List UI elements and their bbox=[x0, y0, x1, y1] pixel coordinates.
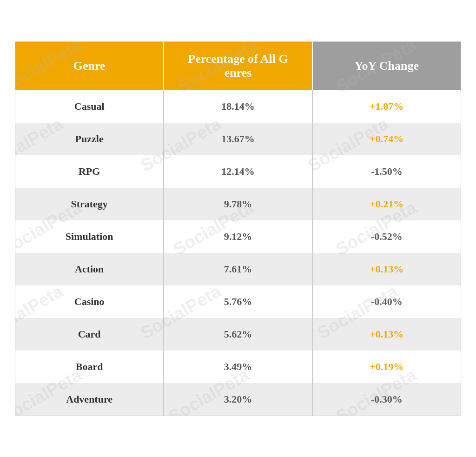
cell-yoy: +0.19% bbox=[312, 351, 461, 383]
cell-percentage: 13.67% bbox=[164, 123, 312, 155]
table-row: Board3.49%+0.19% bbox=[15, 351, 461, 383]
cell-genre: Board bbox=[15, 351, 164, 383]
cell-percentage: 9.12% bbox=[164, 220, 312, 253]
cell-yoy: -0.40% bbox=[312, 285, 461, 318]
cell-genre: Card bbox=[15, 318, 164, 351]
cell-genre: Casual bbox=[15, 90, 164, 123]
main-table-container: SocialPeta SocialPeta SocialPeta SocialP… bbox=[15, 41, 461, 416]
cell-genre: Strategy bbox=[15, 188, 164, 220]
table-row: Adventure3.20%-0.30% bbox=[15, 383, 461, 416]
cell-percentage: 5.76% bbox=[164, 285, 312, 318]
cell-yoy: +0.13% bbox=[312, 253, 461, 285]
table-row: Casino5.76%-0.40% bbox=[15, 285, 461, 318]
cell-genre: RPG bbox=[15, 155, 164, 188]
data-table: Genre Percentage of All Genres YoY Chang… bbox=[15, 42, 461, 416]
table-row: Strategy9.78%+0.21% bbox=[15, 188, 461, 220]
cell-yoy: -0.30% bbox=[312, 383, 461, 416]
cell-genre: Casino bbox=[15, 285, 164, 318]
cell-percentage: 7.61% bbox=[164, 253, 312, 285]
cell-percentage: 12.14% bbox=[164, 155, 312, 188]
cell-yoy: -0.52% bbox=[312, 220, 461, 253]
cell-yoy: -1.50% bbox=[312, 155, 461, 188]
cell-yoy: +0.13% bbox=[312, 318, 461, 351]
cell-percentage: 9.78% bbox=[164, 188, 312, 220]
cell-percentage: 18.14% bbox=[164, 90, 312, 123]
cell-yoy: +0.21% bbox=[312, 188, 461, 220]
cell-yoy: +1.07% bbox=[312, 90, 461, 123]
table-row: Action7.61%+0.13% bbox=[15, 253, 461, 285]
cell-percentage: 3.49% bbox=[164, 351, 312, 383]
table-row: Card5.62%+0.13% bbox=[15, 318, 461, 351]
table-header-row: Genre Percentage of All Genres YoY Chang… bbox=[15, 42, 461, 90]
table-row: RPG12.14%-1.50% bbox=[15, 155, 461, 188]
cell-genre: Action bbox=[15, 253, 164, 285]
cell-percentage: 5.62% bbox=[164, 318, 312, 351]
header-genre: Genre bbox=[15, 42, 164, 90]
cell-yoy: +0.74% bbox=[312, 123, 461, 155]
table-row: Simulation9.12%-0.52% bbox=[15, 220, 461, 253]
table-row: Casual18.14%+1.07% bbox=[15, 90, 461, 123]
cell-genre: Adventure bbox=[15, 383, 164, 416]
cell-percentage: 3.20% bbox=[164, 383, 312, 416]
cell-genre: Simulation bbox=[15, 220, 164, 253]
header-yoy: YoY Change bbox=[312, 42, 461, 90]
table-row: Puzzle13.67%+0.74% bbox=[15, 123, 461, 155]
header-percentage: Percentage of All Genres bbox=[164, 42, 312, 90]
cell-genre: Puzzle bbox=[15, 123, 164, 155]
